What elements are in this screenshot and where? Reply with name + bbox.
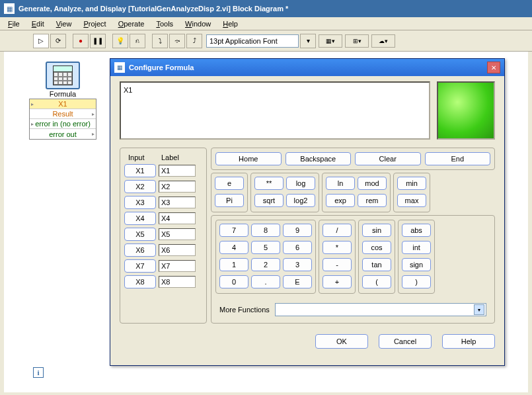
max-button[interactable]: max (397, 194, 426, 207)
formula-node[interactable]: Formula ▸X1 Result▸ ▸error in (no error)… (29, 62, 96, 140)
block-diagram-canvas[interactable]: Formula ▸X1 Result▸ ▸error in (no error)… (1, 52, 531, 395)
subtract-button[interactable]: - (323, 258, 352, 271)
formula-input[interactable]: X1 (120, 81, 430, 140)
pi-button[interactable]: Pi (215, 194, 244, 207)
input-x4-button[interactable]: X4 (124, 212, 156, 225)
num-0-button[interactable]: 0 (219, 275, 248, 288)
step-into-button[interactable]: ⤵ (152, 34, 168, 48)
menu-view[interactable]: View (51, 19, 77, 29)
reorder-menu[interactable]: ☁▾ (371, 34, 395, 48)
cos-button[interactable]: cos (362, 241, 391, 254)
pause-button[interactable]: ❚❚ (90, 34, 106, 48)
sqrt-button[interactable]: sqrt (254, 194, 284, 207)
menu-window[interactable]: Window (180, 19, 216, 29)
log2-button[interactable]: log2 (286, 194, 315, 207)
font-dropdown[interactable]: ▾ (300, 34, 316, 48)
log-button[interactable]: log (286, 177, 315, 190)
power-button[interactable]: ** (254, 177, 284, 190)
menu-help[interactable]: Help (217, 19, 243, 29)
input-x1-button[interactable]: X1 (124, 164, 156, 177)
font-selector[interactable]: 13pt Application Font (206, 34, 299, 48)
input-x3-button[interactable]: X3 (124, 196, 156, 209)
divide-button[interactable]: / (323, 224, 352, 237)
dialog-titlebar[interactable]: ▦ Configure Formula ✕ (110, 59, 504, 76)
mod-button[interactable]: mod (358, 177, 387, 190)
dialog-icon: ▦ (114, 62, 125, 73)
ok-button[interactable]: OK (315, 334, 368, 349)
help-button[interactable]: Help (442, 334, 495, 349)
menu-project[interactable]: Project (78, 19, 111, 29)
tan-button[interactable]: tan (362, 258, 391, 271)
input-x7-button[interactable]: X7 (124, 259, 156, 273)
num-9-button[interactable]: 9 (283, 224, 312, 237)
terminal-error-out[interactable]: error out▸ (30, 129, 96, 139)
backspace-button[interactable]: Backspace (285, 152, 352, 165)
input-x1-label[interactable]: X1 (159, 165, 196, 177)
input-x5-button[interactable]: X5 (124, 228, 156, 241)
num-8-button[interactable]: 8 (251, 224, 280, 237)
input-x6-button[interactable]: X6 (124, 243, 156, 257)
terminal-list: ▸X1 Result▸ ▸error in (no error) error o… (29, 99, 96, 140)
add-button[interactable]: + (323, 275, 352, 288)
abort-button[interactable]: ● (73, 34, 89, 48)
input-x8-button[interactable]: X8 (124, 275, 156, 288)
calculator-icon (53, 66, 73, 85)
exp-button[interactable]: exp (326, 194, 355, 207)
close-button[interactable]: ✕ (487, 62, 500, 73)
dot-button[interactable]: . (251, 275, 280, 288)
input-x3-label[interactable]: X3 (159, 197, 196, 208)
formula-node-body[interactable] (46, 62, 80, 89)
e-button[interactable]: e (215, 177, 244, 190)
window-title: Generate, Analyze, and Display [Tutorial… (19, 5, 288, 13)
terminal-result[interactable]: Result▸ (30, 109, 96, 119)
num-6-button[interactable]: 6 (283, 241, 312, 254)
step-over-button[interactable]: ⤼ (169, 34, 185, 48)
end-button[interactable]: End (425, 152, 491, 165)
rem-button[interactable]: rem (358, 194, 387, 207)
lparen-button[interactable]: ( (362, 275, 391, 288)
inputs-panel: Input Label X1X1 X2X2 X3X3 X4X4 X5X5 X6X… (120, 148, 207, 324)
main-titlebar: ▦ Generate, Analyze, and Display [Tutori… (0, 0, 532, 17)
input-x5-label[interactable]: X5 (159, 228, 196, 240)
num-5-button[interactable]: 5 (251, 241, 280, 254)
num-3-button[interactable]: 3 (283, 258, 312, 271)
exponent-button[interactable]: E (283, 275, 312, 288)
run-button[interactable]: ▷ (33, 34, 49, 48)
ln-button[interactable]: ln (326, 177, 355, 190)
menu-edit[interactable]: Edit (26, 19, 50, 29)
menu-tools[interactable]: Tools (151, 19, 178, 29)
num-7-button[interactable]: 7 (219, 224, 248, 237)
highlight-button[interactable]: 💡 (112, 34, 128, 48)
run-continuous-button[interactable]: ⟳ (50, 34, 66, 48)
abs-button[interactable]: abs (402, 224, 431, 237)
home-button[interactable]: Home (215, 152, 282, 165)
terminal-x1[interactable]: ▸X1 (30, 99, 96, 109)
distribute-menu[interactable]: ⊞▾ (345, 34, 369, 48)
num-4-button[interactable]: 4 (219, 241, 248, 254)
input-x8-label[interactable]: X8 (159, 276, 196, 288)
int-button[interactable]: int (402, 241, 431, 254)
num-1-button[interactable]: 1 (219, 258, 248, 271)
menu-file[interactable]: File (3, 19, 25, 29)
more-functions-combo[interactable]: ▾ (275, 303, 486, 316)
rparen-button[interactable]: ) (402, 275, 431, 288)
step-out-button[interactable]: ⤴ (186, 34, 202, 48)
clear-button[interactable]: Clear (355, 152, 421, 165)
num-2-button[interactable]: 2 (251, 258, 280, 271)
input-x2-label[interactable]: X2 (159, 181, 196, 193)
input-x7-label[interactable]: X7 (159, 260, 196, 272)
menu-operate[interactable]: Operate (113, 19, 150, 29)
input-x2-button[interactable]: X2 (124, 180, 156, 193)
label-header: Label (161, 154, 179, 161)
input-x6-label[interactable]: X6 (159, 244, 196, 256)
cancel-button[interactable]: Cancel (379, 334, 432, 349)
sign-button[interactable]: sign (402, 258, 431, 271)
terminal-error-in[interactable]: ▸error in (no error) (30, 119, 96, 129)
input-x4-label[interactable]: X4 (159, 212, 196, 224)
align-menu[interactable]: ▦▾ (319, 34, 342, 48)
multiply-button[interactable]: * (323, 241, 352, 254)
retain-wire-button[interactable]: ⎌ (130, 34, 145, 48)
sin-button[interactable]: sin (362, 224, 391, 237)
context-help-icon[interactable]: i (33, 367, 44, 378)
min-button[interactable]: min (397, 177, 426, 190)
